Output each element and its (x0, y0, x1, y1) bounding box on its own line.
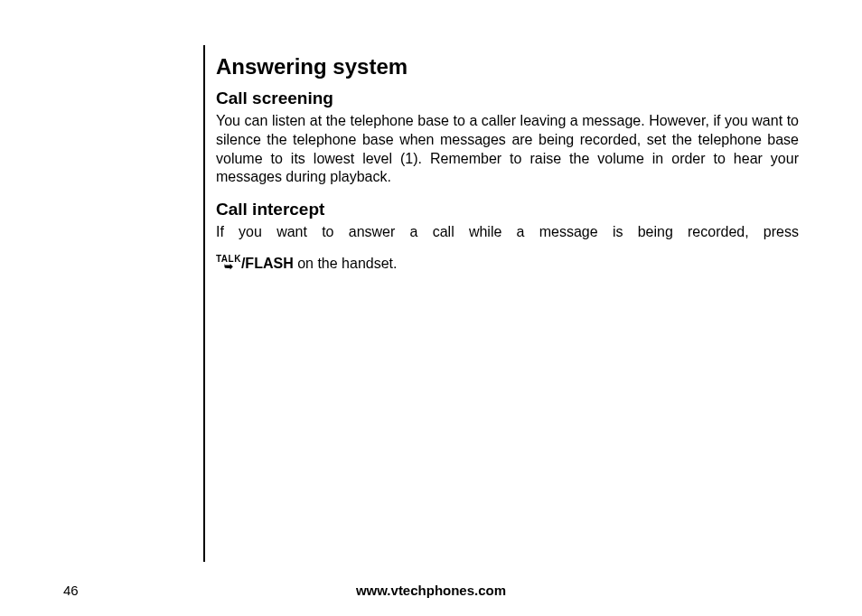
call-screening-body: You can listen at the telephone base to … (216, 112, 799, 187)
page-footer: 46 www.vtechphones.com (0, 576, 862, 598)
page-title: Answering system (216, 54, 799, 79)
call-intercept-line1: If you want to answer a call while a mes… (216, 223, 799, 242)
manual-page: Answering system Call screening You can … (0, 0, 862, 616)
flash-label: /FLASH (241, 256, 294, 271)
talk-flash-icon: TALK ➥ (216, 255, 241, 270)
section-heading-call-screening: Call screening (216, 89, 799, 108)
handset-glyph-icon: ➥ (216, 263, 241, 270)
call-intercept-tail: on the handset. (294, 256, 398, 271)
call-intercept-line2: TALK ➥ /FLASH on the handset. (216, 255, 799, 274)
footer-url: www.vtechphones.com (0, 583, 862, 598)
section-heading-call-intercept: Call intercept (216, 200, 799, 219)
content-column: Answering system Call screening You can … (203, 45, 799, 562)
